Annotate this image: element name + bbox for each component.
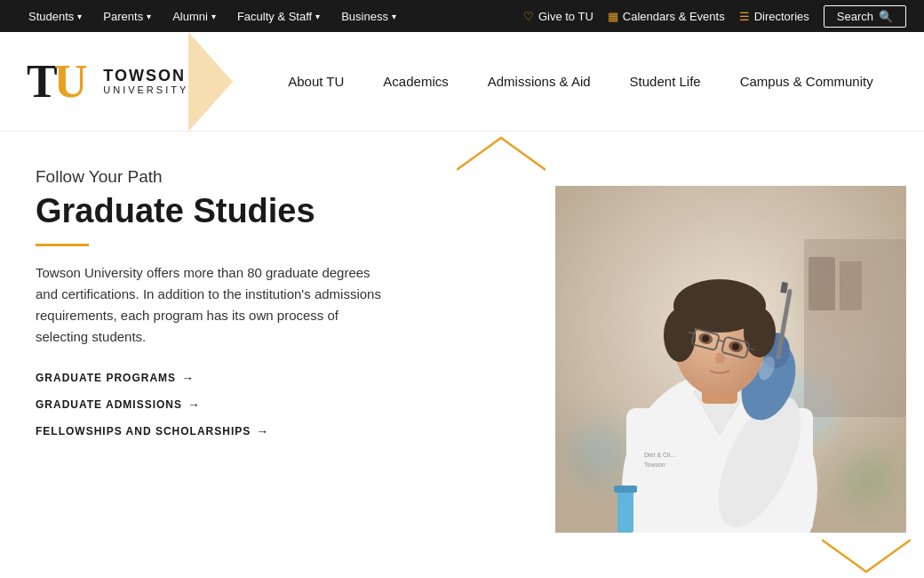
business-label: Business [341,10,388,23]
logo-university: UNIVERSITY [103,84,188,95]
hero-description: Towson University offers more than 80 gr… [36,262,391,348]
graduate-programs-link[interactable]: GRADUATE PROGRAMS → [36,371,408,385]
faculty-chevron-icon: ▾ [315,12,320,21]
hero-links: GRADUATE PROGRAMS → GRADUATE ADMISSIONS … [36,371,408,438]
parents-chevron-icon: ▾ [147,12,151,21]
logo-tu[interactable]: T U [27,59,87,105]
nav-item-alumni[interactable]: Alumni ▾ [162,10,227,23]
nav-item-business[interactable]: Business ▾ [331,10,407,23]
nav-about-tu[interactable]: About TU [268,74,363,89]
students-chevron-icon: ▾ [77,12,82,21]
arrow-icon-1: → [187,397,201,412]
utility-nav: Students ▾ Parents ▾ Alumni ▾ Faculty & … [18,10,407,23]
logo-chevron-decoration [188,32,233,132]
logo-letter-u: U [54,59,88,105]
gold-chevron-top-decoration [457,136,546,172]
give-to-tu-link[interactable]: ♡ Give to TU [523,10,593,23]
lab-researcher-image: Diet & Cli... Towson [555,186,906,533]
nav-campus-community[interactable]: Campus & Community [721,74,893,89]
utility-bar: Students ▾ Parents ▾ Alumni ▾ Faculty & … [0,0,924,32]
search-button[interactable]: Search 🔍 [824,5,906,28]
logo-towson: TOWSON [103,68,188,85]
business-chevron-icon: ▾ [392,12,396,21]
fellowships-label: FELLOWSHIPS AND SCHOLARSHIPS [36,425,251,438]
hero-section: Follow Your Path Graduate Studies Towson… [0,132,924,578]
logo-text: TOWSON UNIVERSITY [103,68,188,96]
faculty-staff-label: Faculty & Staff [237,10,312,23]
nav-item-students[interactable]: Students ▾ [18,10,92,23]
nav-student-life[interactable]: Student Life [610,74,721,89]
logo-letter-t: T [27,59,58,105]
arrow-icon-0: → [181,371,195,385]
hero-subtitle: Follow Your Path [36,167,408,187]
gold-chevron-bottom-decoration [822,538,911,574]
calendars-events-label: Calendars & Events [623,10,725,23]
give-to-tu-label: Give to TU [538,10,593,23]
heart-icon: ♡ [523,10,534,23]
hero-divider [36,244,89,246]
hero-title: Graduate Studies [36,192,408,231]
directories-link[interactable]: ☰ Directories [739,10,809,23]
calendars-events-link[interactable]: ▦ Calendars & Events [608,10,725,23]
hero-image-area: Diet & Cli... Towson [443,132,924,578]
logo-area: T U TOWSON UNIVERSITY [27,59,188,105]
fellowships-scholarships-link[interactable]: FELLOWSHIPS AND SCHOLARSHIPS → [36,424,408,438]
graduate-admissions-label: GRADUATE ADMISSIONS [36,398,182,411]
graduate-admissions-link[interactable]: GRADUATE ADMISSIONS → [36,397,408,412]
arrow-icon-2: → [256,424,269,438]
nav-academics[interactable]: Academics [363,74,467,89]
calendar-icon: ▦ [608,10,618,23]
hero-content: Follow Your Path Graduate Studies Towson… [0,132,443,578]
graduate-programs-label: GRADUATE PROGRAMS [36,372,176,384]
utility-right-links: ♡ Give to TU ▦ Calendars & Events ☰ Dire… [523,5,906,28]
directories-label: Directories [754,10,809,23]
directory-icon: ☰ [739,10,750,23]
search-label: Search [837,10,873,23]
svg-rect-35 [555,186,906,533]
nav-admissions-aid[interactable]: Admissions & Aid [468,74,610,89]
nav-item-faculty-staff[interactable]: Faculty & Staff ▾ [227,10,331,23]
alumni-chevron-icon: ▾ [211,12,216,21]
main-nav: T U TOWSON UNIVERSITY About TU Academics… [0,32,924,132]
students-label: Students [28,10,74,23]
primary-nav: About TU Academics Admissions & Aid Stud… [268,74,892,89]
hero-image: Diet & Cli... Towson [555,186,906,533]
nav-item-parents[interactable]: Parents ▾ [92,10,162,23]
parents-label: Parents [103,10,143,23]
search-icon: 🔍 [879,10,893,23]
alumni-label: Alumni [172,10,208,23]
